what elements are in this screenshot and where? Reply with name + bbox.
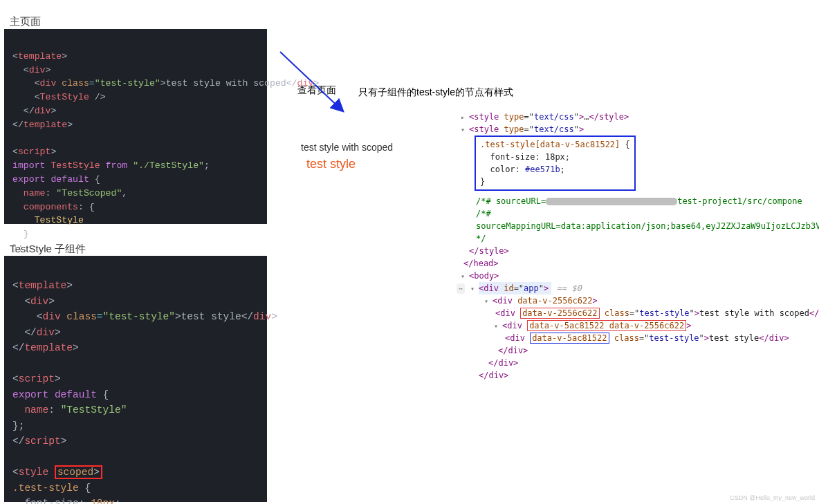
watermark: CSDN @Hello_my_new_world [730, 494, 815, 501]
attr-highlight-blue: data-v-5ac81522 [530, 333, 609, 344]
rendered-preview: test style with scoped test style [301, 142, 393, 171]
code-main: <template> <div> <div class="test-style"… [4, 29, 267, 224]
attr-highlight-red: data-v-2556c622 [520, 308, 599, 319]
title-main: 主页面 [10, 15, 41, 28]
collapse-icon[interactable]: ▾ [466, 283, 479, 294]
devtools-panel[interactable]: ▸<style type="text/css">…</style> ▾<styl… [457, 111, 816, 382]
expand-icon[interactable]: ▸ [457, 112, 469, 122]
code-child: <template> <div> <div class="test-style"… [4, 256, 267, 502]
scoped-highlight: scoped> [55, 465, 102, 479]
attr-highlight-red: data-v-5ac81522 data-v-2556c622 [527, 320, 686, 331]
collapse-icon[interactable]: ▾ [480, 296, 493, 306]
collapse-icon[interactable]: ▾ [457, 271, 469, 281]
rendered-line1: test style with scoped [301, 142, 393, 153]
label-note: 只有子组件的test-style的节点有样式 [358, 86, 513, 99]
ellipsis-icon[interactable]: ⋯ [457, 283, 465, 294]
source-url-comment: /*# sourceURL= [476, 196, 546, 206]
selected-element[interactable]: <div id="app"> [479, 282, 551, 295]
redacted-path [546, 198, 677, 205]
collapse-icon[interactable]: ▾ [490, 321, 502, 331]
rendered-line2: test style [306, 157, 393, 171]
collapse-icon[interactable]: ▾ [457, 124, 469, 135]
css-rule-highlight: .test-style[data-v-5ac81522] { font-size… [475, 136, 636, 191]
